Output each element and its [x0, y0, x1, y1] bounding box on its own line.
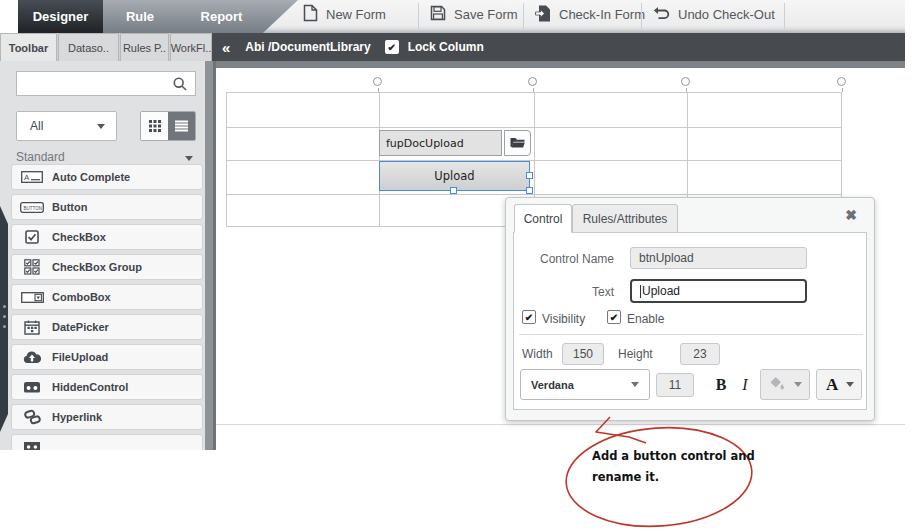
tab-toolbar[interactable]: Toolbar [0, 33, 57, 61]
panel-collapse-handle[interactable] [0, 206, 8, 432]
row-border[interactable] [227, 194, 841, 195]
popup-body: Control Name btnUpload Text Upload ✔ Vis… [513, 232, 867, 410]
grid-view-button[interactable] [141, 112, 168, 140]
annotation-line-1: Add a button control and [592, 446, 762, 467]
control-name-label: Control Name [514, 252, 614, 266]
toolbox-item-checkbox-group[interactable]: CheckBox Group [11, 254, 203, 280]
column-handle-stem [842, 88, 843, 92]
toolbox-item-datepicker[interactable]: DatePicker [11, 314, 203, 340]
sidebar-scrollbar[interactable] [205, 61, 213, 450]
tab-designer[interactable]: Designer [18, 0, 103, 33]
selection-handle-corner[interactable] [526, 187, 533, 194]
toolbox-item-auto-complete[interactable]: A Auto Complete [11, 164, 203, 190]
control-name-input[interactable]: btnUpload [630, 247, 807, 269]
close-icon[interactable]: ✖ [845, 207, 857, 223]
popup-tab-rules-attributes[interactable]: Rules/Attributes [572, 204, 678, 233]
visibility-checkbox[interactable]: ✔ [522, 310, 536, 324]
toolbar-separator [641, 3, 642, 29]
folder-open-icon [510, 134, 525, 152]
toolbox-item-combobox[interactable]: ComboBox [11, 284, 203, 310]
selection-handle-right[interactable] [526, 172, 533, 179]
paint-bucket-icon [769, 376, 785, 394]
row-border[interactable] [227, 127, 841, 128]
undo-check-out-button[interactable]: Undo Check-Out [653, 0, 775, 29]
clipped-item-icon [19, 441, 45, 450]
toolbar-separator [523, 3, 524, 29]
toolbox-item-button[interactable]: BUTTON Button [11, 194, 203, 220]
popup-tab-control[interactable]: Control [514, 204, 572, 233]
toolbox-item-hyperlink[interactable]: Hyperlink [11, 404, 203, 430]
save-form-button[interactable]: Save Form [430, 0, 518, 29]
lock-column-checkbox[interactable]: ✔ [385, 40, 399, 54]
handle-dot [3, 315, 6, 318]
fileupload-control[interactable]: fupDocUpload [379, 130, 531, 156]
font-family-dropdown[interactable]: Verdana [520, 369, 650, 400]
font-size-input[interactable]: 11 [656, 373, 694, 397]
properties-popup: Control Rules/Attributes ✖ Control Name … [505, 197, 875, 421]
list-view-button[interactable] [168, 112, 195, 140]
font-color-dropdown[interactable]: A [816, 369, 862, 400]
collapse-panel-icon[interactable]: « [222, 39, 230, 56]
text-cursor [640, 285, 641, 298]
text-input[interactable]: Upload [630, 279, 807, 303]
toolbox-item-fileupload[interactable]: FileUpload [11, 344, 203, 370]
toolbox-item-checkbox[interactable]: CheckBox [11, 224, 203, 250]
toolbox-item-label: Button [52, 201, 87, 213]
hiddencontrol-icon [19, 381, 45, 393]
checkbox-group-icon [19, 259, 45, 275]
tab-rule[interactable]: Rule [103, 0, 177, 33]
highlight-color-dropdown[interactable] [760, 369, 810, 400]
fileupload-name[interactable]: fupDocUpload [379, 130, 502, 156]
height-input[interactable]: 23 [680, 343, 720, 365]
button-icon: BUTTON [19, 202, 45, 213]
search-input[interactable] [16, 71, 196, 96]
width-label: Width [522, 343, 553, 365]
toolbox-item-label: Hyperlink [52, 411, 102, 423]
breadcrumb: Abi /DocumentLibrary [245, 40, 370, 54]
save-form-icon [430, 5, 446, 24]
chevron-down-icon[interactable] [185, 156, 193, 161]
browse-button[interactable] [504, 130, 531, 156]
chevron-down-icon [631, 382, 639, 387]
text-input-value: Upload [642, 284, 680, 298]
svg-text:A: A [24, 173, 30, 182]
row-border[interactable] [227, 160, 841, 161]
column-handle[interactable] [373, 77, 382, 86]
tab-datasources[interactable]: Dataso.. [58, 33, 119, 61]
save-form-label: Save Form [454, 7, 518, 22]
tab-rules-panel[interactable]: Rules P.. [120, 33, 169, 61]
selection-handle-bottom[interactable] [450, 187, 457, 194]
toolbar-separator [418, 3, 419, 29]
bold-button[interactable]: B [710, 369, 732, 400]
height-label: Height [618, 343, 653, 365]
svg-text:BUTTON: BUTTON [23, 205, 42, 210]
new-form-icon [303, 4, 318, 25]
width-input[interactable]: 150 [562, 343, 604, 365]
toolbar-separator [784, 3, 785, 29]
category-filter-dropdown[interactable]: All [16, 111, 117, 141]
visibility-label: Visibility [542, 312, 585, 326]
column-handle[interactable] [528, 77, 537, 86]
toolbox-item-hiddencontrol[interactable]: HiddenControl [11, 374, 203, 400]
column-handle[interactable] [681, 77, 690, 86]
tab-workflow[interactable]: WorkFl.. [170, 33, 212, 61]
column-handle[interactable] [837, 77, 846, 86]
section-header-standard[interactable]: Standard [16, 150, 65, 164]
category-filter-value: All [30, 119, 43, 133]
font-family-value: Verdana [531, 379, 574, 391]
column-handle-stem [533, 88, 534, 92]
popup-separator [519, 334, 863, 335]
new-form-button[interactable]: New Form [303, 0, 386, 29]
enable-checkbox[interactable]: ✔ [607, 310, 621, 324]
check-in-icon [535, 5, 551, 25]
font-color-letter: A [826, 375, 838, 395]
italic-button[interactable]: I [738, 369, 752, 400]
chevron-down-icon [846, 382, 854, 387]
check-in-form-button[interactable]: Check-In Form [535, 0, 645, 29]
search-icon[interactable] [172, 76, 188, 96]
toolbox-item-clipped[interactable] [11, 434, 203, 450]
annotation-line-2: rename it. [592, 467, 762, 488]
check-in-form-label: Check-In Form [559, 7, 645, 22]
breadcrumb-bar: « Abi /DocumentLibrary ✔ Lock Column [212, 33, 905, 61]
text-label: Text [514, 285, 614, 299]
